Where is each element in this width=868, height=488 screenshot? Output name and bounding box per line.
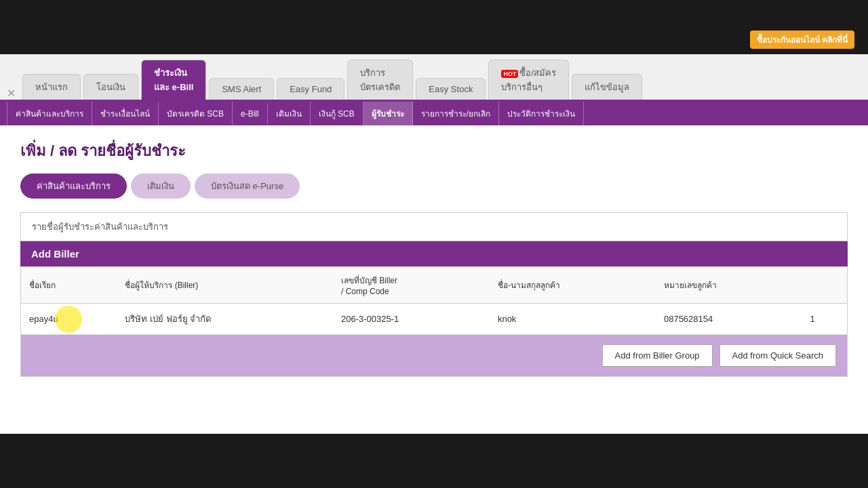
table-row: epay4u บริษัท เปย์ ฟอร์ยู จำกัด 206-3-00… xyxy=(21,304,848,335)
tab-epurse[interactable]: บัตรเงินสด e-Purse xyxy=(195,174,300,199)
subnav-payment-history[interactable]: ประวัติการชำระเงิน xyxy=(499,102,584,125)
cell-customer-name: knok xyxy=(490,304,656,335)
add-biller-group-button[interactable]: Add from Biller Group xyxy=(602,344,713,367)
top-bar: ซื้อประกันออนไลน์ คลิกที่นี่ xyxy=(0,0,868,54)
nav-tabs-container: ✕ หน้าแรก โอนเงิน ชำระเงินและ e-Bill SMS… xyxy=(0,54,868,102)
add-quick-search-button[interactable]: Add from Quick Search xyxy=(719,344,836,367)
subnav-credit[interactable]: บัตรเครดิต SCB xyxy=(159,102,233,125)
tab-credit[interactable]: บริการบัตรเครดิต xyxy=(347,60,413,100)
insurance-badge[interactable]: ซื้อประกันออนไลน์ คลิกที่นี่ xyxy=(750,30,854,49)
tab-transfer[interactable]: โอนเงิน xyxy=(83,74,138,100)
tab-stock[interactable]: Easy Stock xyxy=(416,78,486,100)
col-nickname: ชื่อเรียก xyxy=(21,267,117,304)
cell-biller-name: บริษัท เปย์ ฟอร์ยู จำกัด xyxy=(117,304,333,335)
page-content: เพิ่ม / ลด รายชื่อผู้รับชำระ ค่าสินค้าแล… xyxy=(0,125,868,434)
add-biller-header: Add Biller xyxy=(20,241,848,266)
cell-extra: 1 xyxy=(802,304,847,335)
close-btn[interactable]: ✕ xyxy=(7,87,16,100)
subnav-history[interactable]: รายการชำระ/ยกเลิก xyxy=(413,102,499,125)
bottom-bar xyxy=(0,434,868,488)
tab-edit[interactable]: แก้ไขข้อมูล xyxy=(572,74,642,100)
info-text: รายชื่อผู้รับชำระค่าสินค้าและบริการ xyxy=(20,212,848,241)
hot-badge: HOT xyxy=(501,70,518,78)
col-customer-name: ชื่อ-นามสกุลลูกค้า xyxy=(490,267,656,304)
tab-pay[interactable]: ชำระเงินและ e-Bill xyxy=(141,60,206,100)
tab-topup[interactable]: เติมเงิน xyxy=(131,174,191,199)
content-tabs: ค่าสินค้าและบริการ เติมเงิน บัตรเงินสด e… xyxy=(20,174,848,199)
col-customer-number: หมายเลขลูกค้า xyxy=(656,267,802,304)
page-title: เพิ่ม / ลด รายชื่อผู้รับชำระ xyxy=(20,139,848,163)
subnav-products[interactable]: ค่าสินค้าและบริการ xyxy=(7,102,92,125)
tab-fund[interactable]: Easy Fund xyxy=(277,78,344,100)
sub-nav: ค่าสินค้าและบริการ ชำระเงื่อนไลน์ บัตรเค… xyxy=(0,102,868,125)
tab-home[interactable]: หน้าแรก xyxy=(22,74,81,100)
cell-nickname: epay4u xyxy=(21,304,117,335)
cell-comp-code: 206-3-00325-1 xyxy=(333,304,490,335)
biller-table: ชื่อเรียก ชื่อผู้ให้บริการ (Biller) เลขท… xyxy=(20,266,848,335)
subnav-payee[interactable]: ผู้รับชำระ xyxy=(363,102,413,125)
subnav-loan[interactable]: เงินกู้ SCB xyxy=(311,102,363,125)
cell-customer-number: 0875628154 xyxy=(656,304,802,335)
highlight-circle xyxy=(55,306,82,333)
table-wrapper: ชื่อเรียก ชื่อผู้ให้บริการ (Biller) เลขท… xyxy=(20,266,848,377)
subnav-ebill[interactable]: e-Bill xyxy=(233,104,268,124)
main-content: ✕ หน้าแรก โอนเงิน ชำระเงินและ e-Bill SMS… xyxy=(0,54,868,434)
tab-buy[interactable]: HOTซื้อ/สมัครบริการอื่นๆ xyxy=(488,60,569,100)
subnav-online[interactable]: ชำระเงื่อนไลน์ xyxy=(92,102,159,125)
tab-goods[interactable]: ค่าสินค้าและบริการ xyxy=(20,174,127,199)
table-footer: Add from Biller Group Add from Quick Sea… xyxy=(20,335,848,377)
table-header-row: ชื่อเรียก ชื่อผู้ให้บริการ (Biller) เลขท… xyxy=(21,267,848,304)
subnav-topup[interactable]: เติมเงิน xyxy=(268,102,311,125)
tab-sms[interactable]: SMS Alert xyxy=(209,78,274,100)
col-extra xyxy=(802,267,847,304)
col-comp-code: เลขที่บัญชี Biller/ Comp Code xyxy=(333,267,490,304)
col-biller-name: ชื่อผู้ให้บริการ (Biller) xyxy=(117,267,333,304)
